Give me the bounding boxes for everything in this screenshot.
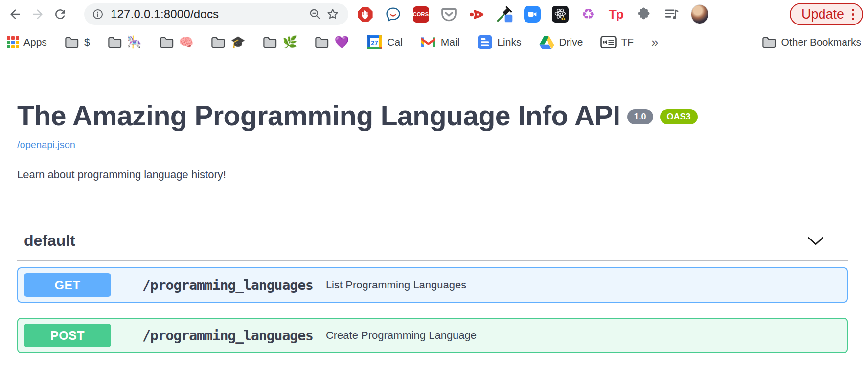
links-doc-icon <box>477 34 493 50</box>
bookmark-folder-herb[interactable]: 🌿 <box>263 36 297 48</box>
bookmark-calendar[interactable]: 27 Cal <box>366 34 403 50</box>
magnifier-minus-icon <box>309 8 321 21</box>
default-tag-section: default GET /programming_languages List … <box>17 232 848 353</box>
other-bookmarks[interactable]: Other Bookmarks <box>762 36 861 48</box>
tp-label: Tp <box>609 7 623 22</box>
bookmarks-bar: Apps $ 🎠 🧠 🎓 🌿 💜 <box>0 28 868 56</box>
google-calendar-icon: 27 <box>366 34 383 50</box>
bookmark-folder-brain[interactable]: 🧠 <box>160 36 194 48</box>
folder-label: 💜 <box>334 36 349 48</box>
folder-label: 🎠 <box>127 36 142 48</box>
post-method-badge[interactable]: POST <box>24 324 111 347</box>
reading-playlist-icon[interactable] <box>663 5 681 23</box>
browser-toolbar: 127.0.0.1:8000/docs <box>0 0 868 28</box>
zoom-level-button[interactable] <box>306 5 324 23</box>
swagger-page: The Amazing Programming Language Info AP… <box>0 99 868 353</box>
url-text[interactable]: 127.0.0.1:8000/docs <box>111 7 306 21</box>
folder-icon <box>211 36 226 48</box>
folder-icon <box>762 36 777 48</box>
oas3-badge: OAS3 <box>660 109 698 124</box>
endpoint-row-post[interactable]: POST /programming_languages Create Progr… <box>17 318 848 353</box>
pocket-extension-icon[interactable] <box>440 5 457 23</box>
update-label: Update <box>801 7 844 22</box>
folder-icon <box>263 36 278 48</box>
recycle-extension-icon[interactable]: ♻ <box>579 5 597 23</box>
endpoint-path: /programming_languages <box>142 277 313 293</box>
reload-icon <box>53 7 68 22</box>
bookmark-folder-purple-heart[interactable]: 💜 <box>315 36 349 48</box>
cors-label: CORS <box>413 6 429 23</box>
calendar-label: Cal <box>387 36 403 48</box>
openapi-spec-link[interactable]: /openapi.json <box>17 140 75 151</box>
api-description: Learn about programming language history… <box>17 168 848 181</box>
folder-label: 🌿 <box>282 36 297 48</box>
endpoint-path: /programming_languages <box>142 328 313 344</box>
gmail-icon <box>420 36 436 48</box>
eyedropper-extension-icon[interactable] <box>496 5 513 23</box>
version-badge: 1.0 <box>627 109 653 124</box>
get-method-badge[interactable]: GET <box>24 273 111 297</box>
api-title-row: The Amazing Programming Language Info AP… <box>17 99 848 132</box>
page-info-icon[interactable] <box>92 8 104 20</box>
chevron-down-icon <box>807 237 824 245</box>
bookmark-folder-carousel[interactable]: 🎠 <box>108 36 142 48</box>
calendar-day-number: 27 <box>371 39 379 46</box>
folder-label: 🎓 <box>230 36 245 48</box>
tp-extension-icon[interactable]: Tp <box>607 5 625 23</box>
folder-icon <box>160 36 175 48</box>
folder-icon <box>108 36 123 48</box>
cors-extension-icon[interactable]: CORS <box>412 5 430 23</box>
stop-hand-extension-icon[interactable] <box>356 5 374 23</box>
recycle-glyph: ♻ <box>582 7 595 22</box>
links-label: Links <box>497 36 521 48</box>
folder-icon <box>315 36 330 48</box>
endpoint-summary: Create Programming Language <box>326 329 477 342</box>
folder-label: $ <box>84 36 90 48</box>
bookmark-gmail[interactable]: Mail <box>420 36 460 48</box>
other-bookmarks-label: Other Bookmarks <box>781 36 861 48</box>
zoom-extension-icon[interactable] <box>524 5 541 23</box>
drive-label: Drive <box>559 36 583 48</box>
collapse-chevron-button[interactable] <box>807 237 824 245</box>
endpoint-summary: List Programming Languages <box>326 279 466 291</box>
bookmark-star-button[interactable] <box>324 5 342 23</box>
bookmark-folder-graduation[interactable]: 🎓 <box>211 36 245 48</box>
tf-announcement-icon <box>600 36 617 48</box>
bookmarks-overflow-chevron[interactable]: » <box>651 35 658 50</box>
reload-button[interactable] <box>49 3 71 25</box>
chrome-update-button[interactable]: Update <box>790 3 863 25</box>
google-drive-icon <box>539 35 554 49</box>
back-arrow-icon <box>8 7 23 22</box>
browser-menu-kebab-icon[interactable] <box>852 9 854 20</box>
forward-arrow-icon <box>30 7 45 22</box>
section-divider <box>17 260 848 261</box>
tag-name: default <box>17 232 75 250</box>
profile-avatar[interactable] <box>691 5 708 23</box>
red-arrow-extension-icon[interactable] <box>468 5 485 23</box>
extensions-strip: CORS <box>356 5 708 23</box>
address-bar[interactable]: 127.0.0.1:8000/docs <box>84 3 348 25</box>
bookmark-drive[interactable]: Drive <box>539 35 583 49</box>
puzzle-extensions-menu-icon[interactable] <box>635 5 653 23</box>
react-devtools-extension-icon[interactable] <box>551 5 569 23</box>
forward-button[interactable] <box>26 3 49 25</box>
back-button[interactable] <box>4 3 26 25</box>
chat-bubble-extension-icon[interactable] <box>384 5 402 23</box>
page-title: The Amazing Programming Language Info AP… <box>17 99 620 132</box>
bookmark-links[interactable]: Links <box>477 34 521 50</box>
tf-label: TF <box>621 36 634 48</box>
star-icon <box>326 7 340 21</box>
folder-icon <box>65 36 80 48</box>
video-camera-icon <box>527 9 537 19</box>
bookmark-tf[interactable]: TF <box>600 36 634 48</box>
endpoint-row-get[interactable]: GET /programming_languages List Programm… <box>17 267 848 303</box>
bookmarks-divider <box>744 35 744 49</box>
folder-label: 🧠 <box>179 36 194 48</box>
bookmark-folder-dollar[interactable]: $ <box>65 36 90 48</box>
apps-grid-icon <box>7 36 19 48</box>
tag-section-header[interactable]: default <box>17 232 848 250</box>
bookmark-apps[interactable]: Apps <box>7 36 47 48</box>
apps-label: Apps <box>23 36 47 48</box>
gmail-label: Mail <box>441 36 460 48</box>
